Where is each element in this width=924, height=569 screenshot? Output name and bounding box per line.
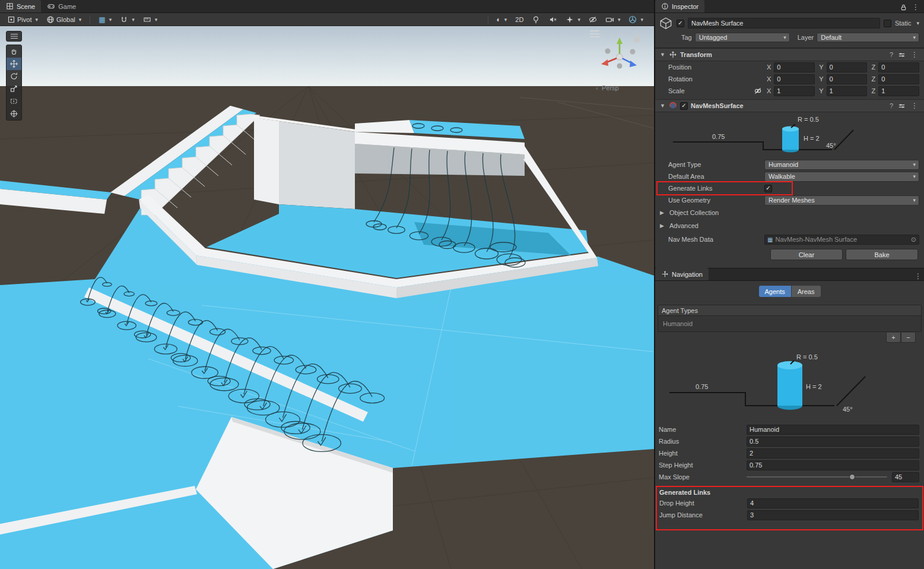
effects-dropdown[interactable]: ▾	[563, 14, 583, 25]
agent-type-dropdown[interactable]: Humanoid▾	[764, 160, 919, 170]
advanced-foldout[interactable]: ▶ Advanced	[655, 219, 924, 232]
height-field[interactable]: 2	[747, 448, 919, 459]
tab-game[interactable]: Game	[41, 0, 82, 12]
jump-distance-label: Jump Distance	[659, 511, 747, 519]
max-slope-slider[interactable]	[747, 473, 887, 481]
drop-height-field[interactable]: 4	[747, 498, 919, 508]
presets-icon[interactable]	[898, 102, 906, 110]
shading-mode-dropdown[interactable]: ◐▾	[494, 14, 510, 25]
snap-toggle[interactable]: ▾	[118, 14, 137, 25]
persp-label[interactable]: Persp	[602, 84, 619, 91]
constrain-proportions-icon[interactable]	[754, 87, 762, 95]
tab-inspector[interactable]: Inspector	[655, 0, 704, 12]
step-height-field[interactable]: 0.75	[747, 460, 919, 470]
position-x-field[interactable]: 0	[774, 62, 815, 72]
component-menu-icon[interactable]: ⋮	[909, 50, 920, 59]
transform-header[interactable]: ▼ Transform ? ⋮	[655, 48, 924, 61]
component-menu-icon[interactable]: ⋮	[909, 102, 920, 110]
object-collection-foldout[interactable]: ▶ Object Collection	[655, 206, 924, 219]
transform-tool-icon	[9, 109, 18, 118]
slider-thumb[interactable]	[849, 474, 855, 480]
tag-dropdown[interactable]: Untagged▾	[695, 33, 790, 42]
radius-field[interactable]: 0.5	[747, 437, 919, 447]
grid-visibility-toggle[interactable]: ▦▾	[96, 14, 114, 25]
hand-tool-button[interactable]	[7, 45, 21, 58]
agent-types-footer: + −	[655, 332, 924, 343]
rotation-z-field[interactable]: 0	[878, 74, 919, 84]
generate-links-checkbox[interactable]: ✓	[764, 185, 772, 192]
foldout-arrow-icon[interactable]: ▼	[660, 103, 666, 109]
clear-button[interactable]: Clear	[770, 249, 843, 260]
scale-y-field[interactable]: 1	[827, 86, 868, 96]
global-dropdown[interactable]: Global▾	[44, 14, 84, 25]
navmeshsurface-header[interactable]: ▼ ✓ NavMeshSurface ? ⋮	[655, 99, 924, 112]
remove-agent-type-button[interactable]: −	[901, 333, 916, 343]
step-height-label: Step Height	[659, 461, 747, 469]
object-picker-icon[interactable]: ⊙	[911, 235, 916, 244]
inspector-menu-icon[interactable]: ⋮	[910, 3, 922, 11]
transform-tool-button[interactable]	[7, 108, 21, 120]
jump-distance-field[interactable]: 3	[747, 510, 919, 520]
toolbar-separator	[90, 15, 90, 24]
overlay-hamburger-button[interactable]	[6, 31, 22, 42]
eye-slash-icon	[589, 15, 597, 24]
name-label: Name	[659, 426, 747, 433]
navmeshsurface-enabled-toggle[interactable]: ✓	[680, 102, 688, 110]
rotate-tool-button[interactable]	[7, 70, 21, 83]
max-slope-row: Max Slope 45	[655, 471, 924, 483]
generated-links-header: Generated Links	[657, 487, 922, 497]
max-slope-field[interactable]: 45	[892, 472, 919, 482]
add-agent-type-button[interactable]: +	[886, 333, 901, 343]
bake-button[interactable]: Bake	[846, 249, 918, 260]
name-field[interactable]: Humanoid	[747, 425, 919, 435]
areas-tab[interactable]: Areas	[791, 286, 821, 297]
scale-tool-button[interactable]	[7, 83, 21, 95]
presets-icon[interactable]	[898, 51, 906, 59]
scale-label: Scale	[668, 87, 754, 94]
rotation-x-field[interactable]: 0	[774, 74, 815, 84]
hand-tool-icon	[9, 47, 18, 56]
tab-scene[interactable]: Scene	[0, 0, 41, 12]
scene-viewport[interactable]: ‹ Persp	[0, 26, 654, 569]
navigation-menu-icon[interactable]: ⋮	[912, 272, 924, 280]
nav-mesh-data-field[interactable]: ▦ NavMesh-NavMesh Surface ⊙	[764, 235, 919, 245]
help-icon[interactable]: ?	[888, 51, 895, 58]
position-z-field[interactable]: 0	[878, 62, 919, 72]
use-geometry-dropdown[interactable]: Render Meshes▾	[764, 195, 919, 206]
scene-lighting-toggle[interactable]	[529, 14, 542, 25]
2d-mode-toggle[interactable]: 2D	[513, 14, 526, 25]
move-tool-button[interactable]	[7, 58, 21, 70]
scale-x-field[interactable]: 1	[774, 86, 815, 96]
inspector-tab-label: Inspector	[672, 3, 698, 10]
rect-tool-button[interactable]	[7, 95, 21, 108]
foldout-arrow-icon[interactable]: ▼	[660, 52, 666, 58]
axis-y-label: Y	[819, 75, 823, 83]
gameobject-active-toggle[interactable]: ✓	[677, 20, 684, 27]
lock-icon[interactable]	[900, 4, 907, 11]
foldout-arrow-icon: ▶	[660, 210, 666, 216]
position-y-field[interactable]: 0	[827, 62, 868, 72]
2d-label: 2D	[515, 16, 523, 23]
default-area-dropdown[interactable]: Walkable▾	[764, 172, 919, 182]
help-icon[interactable]: ?	[888, 102, 895, 109]
scale-z-field[interactable]: 1	[878, 86, 919, 96]
default-area-label: Default Area	[668, 173, 764, 180]
agent-types-header: Agent Types	[658, 305, 921, 316]
tab-navigation[interactable]: Navigation	[655, 268, 709, 280]
agents-tab[interactable]: Agents	[759, 286, 791, 297]
gameobject-name-field[interactable]: NavMesh Surface	[688, 18, 880, 29]
camera-settings-dropdown[interactable]: ▾	[603, 14, 623, 25]
static-checkbox[interactable]	[884, 20, 891, 27]
grid-snap-increment[interactable]: ▾	[141, 14, 160, 25]
check-icon: ✓	[766, 185, 770, 191]
scene-visibility-toggle[interactable]	[586, 14, 599, 25]
rotation-y-field[interactable]: 0	[827, 74, 868, 84]
scene-audio-toggle[interactable]	[546, 14, 560, 25]
static-dropdown-icon[interactable]: ▾	[916, 20, 919, 26]
scene-tab-icon	[6, 2, 14, 10]
layer-dropdown[interactable]: Default▾	[817, 33, 919, 42]
persp-back-arrow[interactable]: ‹	[596, 84, 598, 91]
agent-type-list-item[interactable]: Humanoid	[658, 316, 921, 331]
gizmos-dropdown[interactable]: ▾	[626, 14, 646, 25]
pivot-dropdown[interactable]: Pivot▾	[5, 14, 40, 25]
